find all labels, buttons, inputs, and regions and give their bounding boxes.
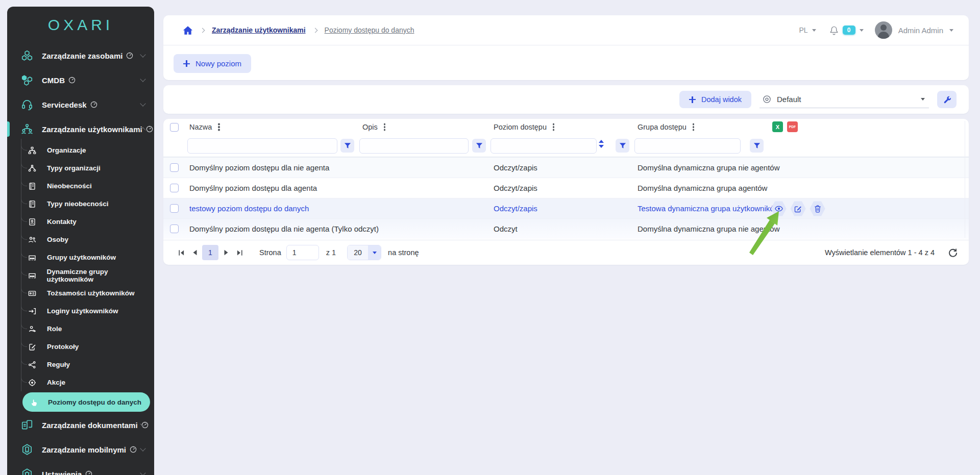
user-group-icon: [28, 271, 37, 280]
sidebar-subitem-reguly[interactable]: Reguły: [7, 356, 154, 373]
new-level-button[interactable]: Nowy poziom: [174, 54, 251, 73]
filter-row: [163, 135, 969, 157]
sidebar-item-servicedesk[interactable]: Servicedesk: [7, 92, 154, 117]
table-row-highlighted[interactable]: testowy poziom dostępu do danych Odczyt/…: [163, 198, 969, 218]
refresh-button[interactable]: [948, 248, 958, 258]
filter-input-poziom-dostepu[interactable]: [491, 138, 597, 154]
sidebar-item-zarzadzanie-uzytkownikami[interactable]: Zarządzanie użytkownikami: [7, 117, 154, 141]
cell-nazwa-link[interactable]: testowy poziom dostępu do danych: [189, 198, 309, 219]
document-edit-icon: [28, 343, 37, 351]
edit-row-button[interactable]: [790, 201, 806, 216]
eye-icon: [775, 206, 783, 212]
filter-input-opis[interactable]: [359, 138, 469, 154]
sidebar-subitem-protokoly[interactable]: Protokoły: [7, 338, 154, 356]
previous-page-button[interactable]: [188, 245, 201, 260]
sidebar-item-ustawienia[interactable]: Ustawienia: [7, 462, 154, 475]
table-row[interactable]: Domyślny poziom dostępu dla nie agenta O…: [163, 157, 969, 178]
sidebar-item-zarzadzanie-dokumentami[interactable]: Zarządzanie dokumentami: [7, 413, 154, 437]
row-checkbox[interactable]: [170, 184, 179, 192]
breadcrumb-link-access-levels[interactable]: Poziomy dostępu do danych: [325, 26, 414, 34]
table-row[interactable]: Domyślny poziom dostępu dla nie agenta (…: [163, 218, 969, 239]
export-excel-icon[interactable]: X: [772, 121, 783, 132]
avatar: [875, 21, 892, 39]
user-name: Admin Admin: [898, 26, 943, 35]
sidebar-subitem-dynamiczne-grupy[interactable]: Dynamiczne grupy użytkowników: [7, 266, 154, 284]
sidebar-subitem-typy-nieobecnosci[interactable]: Typy nieobecności: [7, 195, 154, 213]
sidebar-item-zarzadzanie-mobilnymi[interactable]: Zarządzanie mobilnymi: [7, 437, 154, 462]
view-eye-icon: [763, 95, 771, 104]
page-number-input[interactable]: [286, 245, 319, 260]
add-view-button-label: Dodaj widok: [701, 95, 742, 104]
view-row-button[interactable]: [771, 201, 787, 216]
column-menu-icon[interactable]: [693, 126, 694, 128]
filter-input-grupa-dostepu[interactable]: [634, 138, 741, 154]
language-dropdown[interactable]: PL: [799, 26, 816, 34]
sidebar-subitem-osoby[interactable]: Osoby: [7, 231, 154, 248]
sidebar-subitem-akcje[interactable]: Akcje: [7, 373, 154, 391]
topbar-right: PL 0 Admin Admin: [799, 21, 954, 39]
cell-grupa-dostepu-link[interactable]: Testowa dynamiczna grupa użytkowników: [638, 198, 779, 219]
sidebar-item-cmdb[interactable]: CMDB: [7, 68, 154, 92]
table-row[interactable]: Domyślny poziom dostępu dla agenta Odczy…: [163, 178, 969, 198]
customize-wrench-button[interactable]: [937, 91, 957, 108]
row-checkbox[interactable]: [170, 224, 179, 233]
column-menu-icon[interactable]: [553, 126, 554, 128]
gauge-icon: [85, 470, 92, 475]
login-icon: [28, 307, 37, 315]
notifications-dropdown[interactable]: 0: [829, 26, 864, 35]
sidebar-subitem-tozsamosci[interactable]: Tożsamości użytkowników: [7, 284, 154, 302]
sidebar-subitem-loginy[interactable]: Loginy użytkowników: [7, 302, 154, 320]
sidebar-item-label: Zarządzanie mobilnymi: [42, 445, 126, 454]
column-menu-icon[interactable]: [218, 126, 219, 128]
home-icon[interactable]: [183, 26, 193, 35]
export-pdf-icon[interactable]: PDF: [787, 121, 798, 132]
wrench-icon: [943, 95, 951, 104]
filter-funnel-button[interactable]: [472, 139, 486, 153]
user-group-icon: [28, 254, 37, 262]
sidebar-subitem-label: Organizacje: [47, 146, 86, 154]
page-size-select[interactable]: 20: [347, 245, 381, 260]
view-selector-value: Default: [777, 95, 801, 104]
breadcrumb: Zarządzanie użytkownikami Poziomy dostęp…: [163, 15, 969, 45]
sidebar-subitem-organizacje[interactable]: Organizacje: [7, 141, 154, 159]
view-selector[interactable]: Default: [760, 91, 929, 108]
row-checkbox[interactable]: [170, 204, 179, 213]
breadcrumb-link-user-management[interactable]: Zarządzanie użytkownikami: [212, 26, 306, 34]
delete-row-button[interactable]: [810, 201, 825, 216]
sitemap-icon: [28, 146, 37, 155]
sidebar-subitem-typy-organizacji[interactable]: Typy organizacji: [7, 159, 154, 177]
sidebar-subitem-label: Akcje: [47, 379, 65, 386]
sidebar-subitem-label: Protokoły: [47, 343, 79, 351]
sidebar-subitem-role[interactable]: Role: [7, 320, 154, 338]
gauge-icon: [130, 446, 137, 453]
add-view-button[interactable]: Dodaj widok: [679, 91, 751, 108]
sidebar-subitem-grupy-uzytkownikow[interactable]: Grupy użytkowników: [7, 248, 154, 266]
bell-icon: [829, 26, 839, 35]
sidebar-subitem-poziomy-dostepu-active[interactable]: Poziomy dostępu do danych: [22, 392, 150, 412]
view-toolbar: Dodaj widok Default: [163, 85, 969, 114]
column-menu-icon[interactable]: [384, 126, 385, 128]
sidebar-subitem-label: Poziomy dostępu do danych: [48, 398, 141, 406]
filter-spinner[interactable]: [599, 140, 604, 148]
current-page-button[interactable]: 1: [202, 245, 218, 260]
documents-icon: [20, 419, 34, 431]
next-page-button[interactable]: [219, 245, 233, 260]
app-logo: OXARI: [7, 7, 154, 43]
chevron-down-icon: [140, 76, 145, 82]
sidebar-subitem-kontakty[interactable]: Kontakty: [7, 213, 154, 231]
user-menu[interactable]: Admin Admin: [875, 21, 953, 39]
chevron-down-icon: [860, 29, 864, 32]
filter-input-nazwa[interactable]: [187, 138, 337, 154]
sidebar-subitem-nieobecnosci[interactable]: Nieobecności: [7, 177, 154, 195]
mobile-device-icon: [20, 443, 34, 456]
filter-funnel-button[interactable]: [616, 139, 629, 153]
filter-funnel-button[interactable]: [340, 139, 354, 153]
first-page-button[interactable]: [175, 245, 188, 260]
last-page-button[interactable]: [233, 245, 246, 260]
book-icon: [28, 200, 37, 208]
row-checkbox[interactable]: [170, 163, 179, 172]
filter-funnel-button[interactable]: [750, 139, 764, 153]
select-all-checkbox[interactable]: [170, 123, 179, 132]
sidebar-item-zarzadzanie-zasobami[interactable]: Zarządzanie zasobami: [7, 43, 154, 68]
header-card: Zarządzanie użytkownikami Poziomy dostęp…: [163, 15, 969, 80]
